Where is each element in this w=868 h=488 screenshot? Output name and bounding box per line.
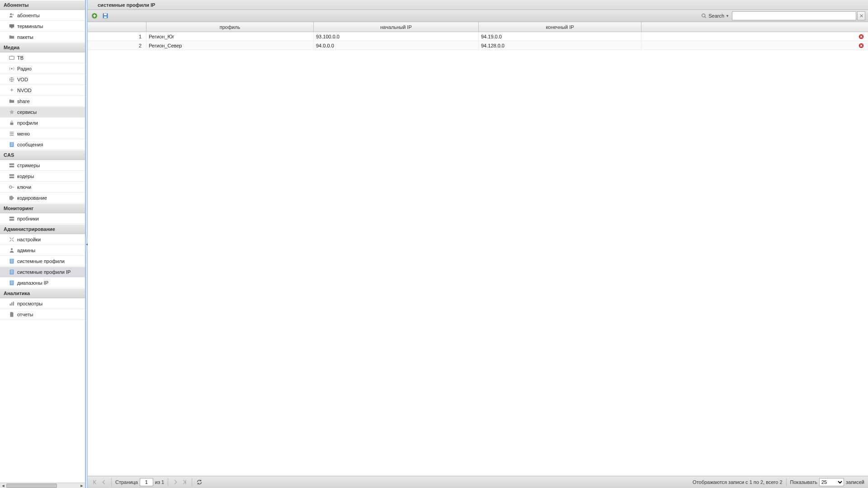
save-button[interactable] xyxy=(101,12,109,20)
sidebar-item[interactable]: NVOD xyxy=(0,85,85,96)
sidebar-item[interactable]: кодеры xyxy=(0,171,85,182)
sidebar-group-header[interactable]: Абоненты xyxy=(0,0,85,10)
sidebar-group-header[interactable]: CAS xyxy=(0,150,85,160)
sidebar-group-header[interactable]: Администрирование xyxy=(0,224,85,234)
chart-icon xyxy=(8,300,15,307)
sidebar-item[interactable]: админы xyxy=(0,245,85,256)
sidebar-item[interactable]: абоненты xyxy=(0,10,85,21)
sidebar-item[interactable]: ключи xyxy=(0,182,85,192)
last-page-button[interactable] xyxy=(181,479,188,486)
column-header-ip-end[interactable]: конечный IP xyxy=(479,22,642,32)
sidebar-item[interactable]: просмотры xyxy=(0,298,85,309)
list-icon xyxy=(8,130,15,137)
sidebar-item-label: пакеты xyxy=(17,34,33,40)
sidebar: АбонентыабонентытерминалыпакетыМедиаТВРа… xyxy=(0,0,85,488)
sidebar-item[interactable]: кодирование xyxy=(0,192,85,203)
scroll-thumb[interactable] xyxy=(6,483,57,488)
radio-icon xyxy=(8,65,15,72)
folder-icon xyxy=(8,98,15,105)
users-icon xyxy=(8,12,15,19)
lock-icon xyxy=(8,119,15,127)
search-input[interactable] xyxy=(732,11,856,20)
sidebar-item[interactable]: VOD xyxy=(0,74,85,85)
table-row[interactable]: 1Регион_Юг93.100.0.094.19.0.0 xyxy=(88,32,868,41)
folder-icon xyxy=(8,33,15,41)
search-clear-button[interactable]: ✕ xyxy=(857,11,865,20)
add-button[interactable] xyxy=(90,12,99,20)
prev-page-button[interactable] xyxy=(100,479,108,486)
sidebar-item[interactable]: ТВ xyxy=(0,52,85,63)
sidebar-item[interactable]: Радио xyxy=(0,63,85,74)
sidebar-item-label: NVOD xyxy=(17,88,32,93)
sidebar-horizontal-scrollbar[interactable]: ◄ ► xyxy=(0,483,85,488)
sidebar-item-label: share xyxy=(17,99,30,104)
sparkle-icon xyxy=(8,87,15,94)
sidebar-item[interactable]: пробники xyxy=(0,213,85,224)
page-title-bar: системные профили IP xyxy=(88,0,868,10)
sidebar-item[interactable]: share xyxy=(0,96,85,107)
refresh-button[interactable] xyxy=(196,479,203,486)
cell-ip-start[interactable]: 94.0.0.0 xyxy=(314,41,479,50)
sidebar-item[interactable]: меню xyxy=(0,128,85,139)
sidebar-group-header[interactable]: Аналитика xyxy=(0,288,85,298)
sidebar-item[interactable]: системные профили IP xyxy=(0,267,85,277)
toolbar: Search ▼ ✕ xyxy=(88,10,868,22)
server-icon xyxy=(8,173,15,180)
cell-ip-end[interactable]: 94.128.0.0 xyxy=(479,41,642,50)
scroll-right-icon[interactable]: ► xyxy=(79,483,85,488)
collapse-sidebar-icon[interactable]: ◂ xyxy=(85,237,88,251)
sidebar-item-label: сервисы xyxy=(17,109,37,115)
sidebar-group-header[interactable]: Медиа xyxy=(0,42,85,52)
column-header-ip-start[interactable]: начальный IP xyxy=(314,22,479,32)
scroll-track[interactable] xyxy=(6,483,79,488)
sidebar-item-label: ТВ xyxy=(17,55,24,61)
search-dropdown[interactable]: Search ▼ xyxy=(699,12,731,20)
delete-row-button[interactable] xyxy=(858,42,864,49)
sidebar-item[interactable]: пакеты xyxy=(0,32,85,42)
sidebar-item-label: кодирование xyxy=(17,195,47,201)
tools-icon xyxy=(8,236,15,243)
next-page-button[interactable] xyxy=(172,479,179,486)
sidebar-item[interactable]: отчеты xyxy=(0,309,85,320)
sidebar-item-label: кодеры xyxy=(17,174,34,179)
server-icon xyxy=(8,215,15,222)
tag-icon xyxy=(8,194,15,202)
sidebar-item-label: ключи xyxy=(17,184,31,190)
form-icon xyxy=(8,268,15,276)
sidebar-item[interactable]: диапазоны IP xyxy=(0,277,85,288)
cell-profile[interactable]: Регион_Юг xyxy=(146,32,314,41)
page-input[interactable] xyxy=(140,478,153,486)
column-header-number[interactable] xyxy=(88,22,146,32)
sidebar-item[interactable]: сервисы xyxy=(0,107,85,117)
sidebar-item[interactable]: терминалы xyxy=(0,21,85,32)
server-icon xyxy=(8,162,15,169)
delete-row-button[interactable] xyxy=(858,33,864,40)
sidebar-item-label: системные профили IP xyxy=(17,269,71,275)
page-label: Страница xyxy=(115,479,138,485)
globe-icon xyxy=(8,76,15,83)
tv-icon xyxy=(8,54,15,61)
sidebar-item[interactable]: сообщения xyxy=(0,139,85,150)
main-panel: системные профили IP Search ▼ ✕ профиль xyxy=(88,0,868,488)
monitor-icon xyxy=(8,23,15,30)
sidebar-item[interactable]: системные профили xyxy=(0,256,85,267)
first-page-button[interactable] xyxy=(91,479,99,486)
cell-profile[interactable]: Регион_Север xyxy=(146,41,314,50)
sidebar-item-label: VOD xyxy=(17,77,28,82)
sidebar-item[interactable]: стримеры xyxy=(0,160,85,171)
page-size-select[interactable]: 25 xyxy=(819,478,844,486)
sidebar-item-label: пробники xyxy=(17,216,39,221)
sidebar-item-label: отчеты xyxy=(17,312,33,317)
sidebar-splitter[interactable]: ◂ xyxy=(85,0,88,488)
sidebar-group-header[interactable]: Мониторинг xyxy=(0,203,85,213)
sidebar-item[interactable]: профили xyxy=(0,117,85,128)
sidebar-item-label: админы xyxy=(17,248,35,253)
scroll-left-icon[interactable]: ◄ xyxy=(0,483,6,488)
table-row[interactable]: 2Регион_Север94.0.0.094.128.0.0 xyxy=(88,41,868,50)
cell-ip-start[interactable]: 93.100.0.0 xyxy=(314,32,479,41)
sidebar-item-label: просмотры xyxy=(17,301,42,306)
sidebar-item[interactable]: настройки xyxy=(0,234,85,245)
column-header-profile[interactable]: профиль xyxy=(146,22,314,32)
column-header-actions xyxy=(642,22,868,32)
cell-ip-end[interactable]: 94.19.0.0 xyxy=(479,32,642,41)
